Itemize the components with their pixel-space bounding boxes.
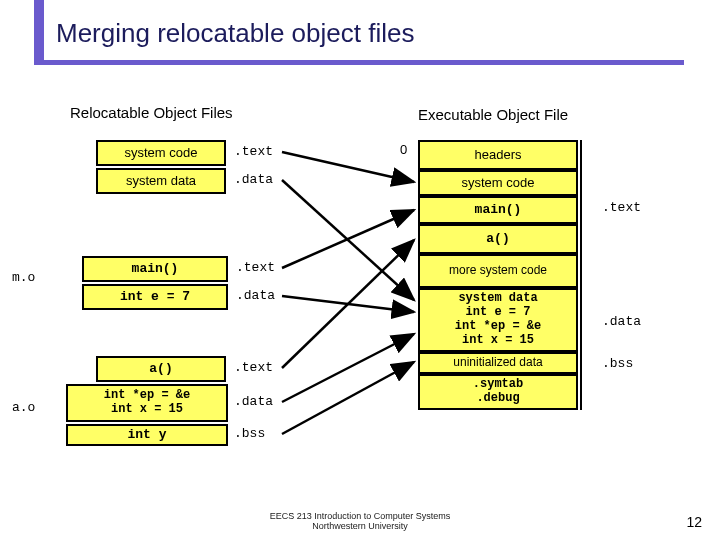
box-r-uninit: uninitialized data xyxy=(418,352,578,374)
svg-line-6 xyxy=(282,334,414,402)
box-headers: headers xyxy=(418,140,578,170)
accent-horizontal xyxy=(34,60,684,65)
box-r-more-sys: more system code xyxy=(418,254,578,288)
right-label-data: .data xyxy=(602,314,641,329)
footer-line-1: EECS 213 Introduction to Computer System… xyxy=(270,511,451,521)
left-column-heading: Relocatable Object Files xyxy=(70,104,233,121)
box-r-system-code: system code xyxy=(418,170,578,196)
right-label-text: .text xyxy=(602,200,641,215)
box-r-a: a() xyxy=(418,224,578,254)
accent-vertical xyxy=(34,0,44,64)
svg-line-2 xyxy=(282,180,414,300)
box-int-y: int y xyxy=(66,424,228,446)
slide-title: Merging relocatable object files xyxy=(56,18,414,49)
page-number: 12 xyxy=(686,514,702,530)
right-column-heading: Executable Object File xyxy=(418,106,568,123)
svg-line-1 xyxy=(282,152,414,182)
label-data-3: .data xyxy=(234,394,273,409)
svg-line-5 xyxy=(282,240,414,368)
box-a: a() xyxy=(96,356,226,382)
box-main: main() xyxy=(82,256,228,282)
zero-label: 0 xyxy=(400,142,407,157)
right-label-bss: .bss xyxy=(602,356,633,371)
label-data-1: .data xyxy=(234,172,273,187)
box-r-data-block: system data int e = 7 int *ep = &e int x… xyxy=(418,288,578,352)
box-int-e: int e = 7 xyxy=(82,284,228,310)
label-text-3: .text xyxy=(234,360,273,375)
box-system-code: system code xyxy=(96,140,226,166)
footer: EECS 213 Introduction to Computer System… xyxy=(0,512,720,532)
svg-line-7 xyxy=(282,362,414,434)
label-text-1: .text xyxy=(234,144,273,159)
box-r-symdbg: .symtab .debug xyxy=(418,374,578,410)
label-bss-1: .bss xyxy=(234,426,265,441)
file-label-mo: m.o xyxy=(12,270,35,285)
footer-line-2: Northwestern University xyxy=(312,521,408,531)
right-frame-line xyxy=(580,140,582,410)
box-system-data: system data xyxy=(96,168,226,194)
svg-line-4 xyxy=(282,296,414,312)
label-text-2: .text xyxy=(236,260,275,275)
label-data-2: .data xyxy=(236,288,275,303)
box-ao-data: int *ep = &e int x = 15 xyxy=(66,384,228,422)
svg-line-3 xyxy=(282,210,414,268)
box-r-main: main() xyxy=(418,196,578,224)
file-label-ao: a.o xyxy=(12,400,35,415)
